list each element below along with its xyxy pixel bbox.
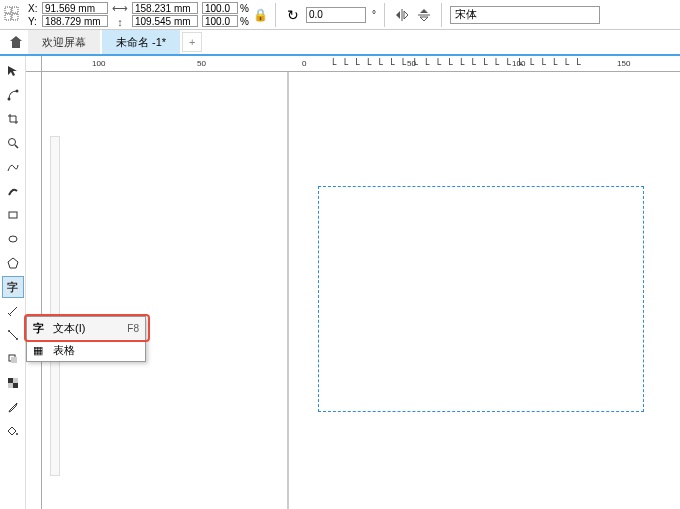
add-tab-button[interactable]: + — [182, 32, 202, 52]
scale-w-input[interactable] — [202, 2, 238, 14]
mirror-h-icon[interactable] — [393, 6, 411, 24]
svg-rect-3 — [12, 14, 18, 20]
svg-point-7 — [15, 90, 18, 93]
svg-line-13 — [9, 307, 17, 315]
width-input[interactable] — [132, 2, 198, 14]
svg-point-8 — [8, 139, 15, 146]
zoom-tool[interactable] — [2, 132, 24, 154]
separator — [275, 3, 276, 27]
artistic-media-tool[interactable] — [2, 180, 24, 202]
flyout-item-table[interactable]: ▦ 表格 — [27, 339, 145, 361]
transparency-tool[interactable] — [2, 372, 24, 394]
svg-point-24 — [16, 433, 18, 435]
svg-point-16 — [8, 330, 10, 332]
svg-rect-21 — [13, 383, 18, 388]
scale-h-input[interactable] — [202, 15, 238, 27]
parallel-dimension-tool[interactable] — [2, 300, 24, 322]
svg-rect-22 — [13, 378, 18, 383]
canvas-area: 100 50 0 50 100 150 L L L L L L L L L L … — [26, 56, 680, 509]
svg-line-9 — [15, 145, 18, 148]
text-tool-flyout: 字 文本(I) F8 ▦ 表格 — [26, 316, 146, 362]
svg-rect-10 — [9, 212, 17, 218]
lock-ratio-icon[interactable]: 🔒 — [253, 8, 267, 22]
tab-bar: 欢迎屏幕 未命名 -1* + — [0, 30, 680, 56]
svg-marker-12 — [8, 258, 18, 268]
flyout-shortcut: F8 — [127, 323, 139, 334]
svg-rect-23 — [8, 383, 13, 388]
ellipse-tool[interactable] — [2, 228, 24, 250]
separator-2 — [384, 3, 385, 27]
table-icon: ▦ — [33, 344, 47, 357]
svg-rect-2 — [5, 14, 11, 20]
tab-welcome[interactable]: 欢迎屏幕 — [28, 30, 100, 54]
x-label: X: — [28, 3, 40, 14]
mirror-v-icon[interactable] — [415, 6, 433, 24]
x-input[interactable] — [42, 2, 108, 14]
polygon-tool[interactable] — [2, 252, 24, 274]
svg-rect-0 — [5, 7, 11, 13]
connector-tool[interactable] — [2, 324, 24, 346]
svg-point-6 — [7, 98, 10, 101]
freehand-tool[interactable] — [2, 156, 24, 178]
pct-unit: % — [240, 3, 249, 14]
crop-tool[interactable] — [2, 108, 24, 130]
svg-rect-19 — [11, 357, 17, 363]
font-family-input[interactable] — [450, 6, 600, 24]
page-boundary — [287, 72, 289, 509]
svg-rect-20 — [8, 378, 13, 383]
y-label: Y: — [28, 16, 40, 27]
degree-label: ° — [372, 9, 376, 20]
pick-tool[interactable] — [2, 60, 24, 82]
flyout-label: 文本(I) — [53, 321, 121, 336]
rectangle-tool[interactable] — [2, 204, 24, 226]
svg-line-15 — [9, 331, 17, 339]
dimension-icon: ⟷↕ — [112, 2, 128, 28]
toolbox: 字 — [0, 56, 26, 509]
text-icon: 字 — [33, 321, 47, 336]
horizontal-ruler[interactable]: 100 50 0 50 100 150 L L L L L L L L L L … — [42, 56, 680, 72]
position-icon — [4, 5, 24, 25]
shape-tool[interactable] — [2, 84, 24, 106]
vertical-ruler[interactable] — [26, 72, 42, 509]
mini-scrollbar[interactable] — [50, 136, 60, 476]
height-input[interactable] — [132, 15, 198, 27]
drop-shadow-tool[interactable] — [2, 348, 24, 370]
fill-tool[interactable] — [2, 420, 24, 442]
eyedropper-tool[interactable] — [2, 396, 24, 418]
ruler-marks: L L L L L L L L L L L L L L L L L L L L … — [42, 58, 680, 70]
separator-3 — [441, 3, 442, 27]
svg-point-11 — [9, 236, 17, 242]
canvas[interactable] — [42, 72, 680, 509]
home-icon[interactable] — [4, 30, 28, 54]
text-tool[interactable]: 字 — [2, 276, 24, 298]
tab-label: 未命名 -1* — [116, 35, 166, 50]
property-bar: X: Y: ⟷↕ % % 🔒 ↻ ° — [0, 0, 680, 30]
svg-point-17 — [16, 338, 18, 340]
tab-untitled[interactable]: 未命名 -1* — [102, 30, 180, 54]
tab-label: 欢迎屏幕 — [42, 35, 86, 50]
rotate-icon: ↻ — [284, 6, 302, 24]
y-input[interactable] — [42, 15, 108, 27]
pct-unit-2: % — [240, 16, 249, 27]
svg-rect-1 — [12, 7, 18, 13]
ruler-origin[interactable] — [26, 56, 42, 72]
rotation-input[interactable] — [306, 7, 366, 23]
flyout-label: 表格 — [53, 343, 139, 358]
flyout-item-text[interactable]: 字 文本(I) F8 — [27, 317, 145, 339]
workspace: 字 100 50 0 50 100 150 L L L L L L L L L … — [0, 56, 680, 509]
text-frame-selection[interactable] — [318, 186, 644, 412]
